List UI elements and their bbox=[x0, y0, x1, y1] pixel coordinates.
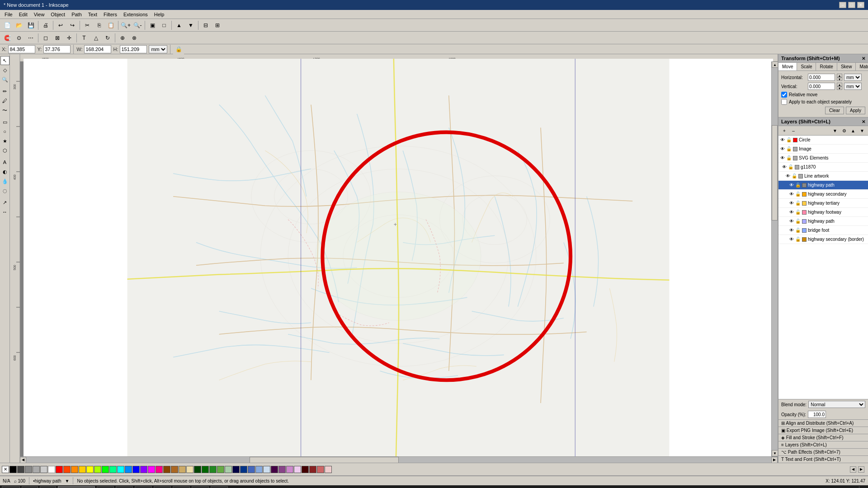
color-dark-purple[interactable] bbox=[271, 466, 278, 473]
color-dark-red[interactable] bbox=[302, 466, 309, 473]
zoom-out-button[interactable]: 🔍- bbox=[132, 20, 143, 30]
undo-button[interactable]: ↩ bbox=[55, 20, 66, 30]
snap-enable[interactable]: 🧲 bbox=[2, 33, 13, 43]
color-orange-red[interactable] bbox=[63, 466, 71, 473]
vertical-input[interactable] bbox=[808, 83, 835, 90]
layer-filter-btn[interactable]: ▼ bbox=[831, 127, 839, 134]
layer-up-btn[interactable]: ▲ bbox=[849, 127, 857, 134]
color-red[interactable] bbox=[56, 466, 63, 473]
open-button[interactable]: 📂 bbox=[14, 20, 24, 30]
minimize-button[interactable]: – bbox=[839, 2, 846, 8]
layer-item-circle[interactable]: 👁 🔓 Circle bbox=[778, 136, 868, 145]
text-tool-snap[interactable]: T bbox=[79, 33, 90, 43]
node-snap[interactable]: △ bbox=[90, 33, 101, 43]
node-tool[interactable]: ◇ bbox=[0, 66, 9, 75]
gradient-tool[interactable]: ◐ bbox=[0, 167, 9, 176]
color-light-gray[interactable] bbox=[33, 466, 40, 473]
scroll-thumb-h[interactable] bbox=[250, 457, 399, 463]
rotation-snap[interactable]: ↻ bbox=[102, 33, 113, 43]
palette-scroll-right[interactable]: ▶ bbox=[858, 466, 864, 473]
taskbar-edge[interactable]: e bbox=[116, 486, 133, 488]
snap-guide[interactable]: ✛ bbox=[64, 33, 75, 43]
group-button[interactable]: ▣ bbox=[147, 20, 158, 30]
maximize-button[interactable]: □ bbox=[848, 2, 855, 8]
menu-extensions[interactable]: Extensions bbox=[121, 11, 151, 18]
vertical-unit[interactable]: mm px bbox=[844, 83, 862, 90]
lock-highway-footway[interactable]: 🔓 bbox=[795, 210, 801, 215]
canvas-area[interactable]: 500 600 700 800 bbox=[10, 54, 778, 463]
relative-move-checkbox[interactable] bbox=[781, 92, 787, 98]
taskbar-inkscape[interactable]: ✎ Inkscape bbox=[58, 486, 95, 488]
layer-item-svg-elements[interactable]: 👁 🔓 SVG Elements bbox=[778, 154, 868, 163]
menu-filters[interactable]: Filters bbox=[101, 11, 120, 18]
color-light-blue[interactable] bbox=[255, 466, 263, 473]
layer-item-highway-path-1[interactable]: 👁 🔓 highway path bbox=[778, 181, 868, 190]
eye-image[interactable]: 👁 bbox=[780, 146, 785, 151]
layer-item-highway-path-2[interactable]: 👁 🔓 highway path bbox=[778, 217, 868, 226]
taskbar-search[interactable]: 🔍 bbox=[22, 486, 38, 488]
remove-layer-btn[interactable]: – bbox=[789, 127, 797, 134]
snap-grid[interactable]: ⊠ bbox=[52, 33, 63, 43]
color-yellow-green[interactable] bbox=[94, 466, 101, 473]
vertical-spin-up[interactable]: ▲ bbox=[837, 83, 842, 86]
redo-button[interactable]: ↪ bbox=[67, 20, 78, 30]
snap-bbox[interactable]: ◻ bbox=[40, 33, 51, 43]
opacity-input[interactable] bbox=[808, 411, 826, 418]
scroll-track-h[interactable] bbox=[26, 457, 771, 463]
transform-panel-close[interactable]: ✕ bbox=[862, 56, 865, 61]
eye-highway-path-2[interactable]: 👁 bbox=[789, 219, 794, 224]
clear-button[interactable]: Clear bbox=[825, 107, 844, 114]
color-pale-red[interactable] bbox=[325, 466, 332, 473]
color-forest-green[interactable] bbox=[202, 466, 209, 473]
snap-nodes[interactable]: ⊙ bbox=[14, 33, 24, 43]
eye-highway-footway[interactable]: 👁 bbox=[789, 210, 794, 215]
start-button[interactable] bbox=[2, 486, 20, 488]
fill-stroke-panel[interactable]: ◈ Fill and Stroke (Shift+Ctrl+F) bbox=[778, 434, 868, 441]
scroll-track-v[interactable] bbox=[772, 68, 778, 450]
cut-button[interactable]: ✂ bbox=[82, 20, 93, 30]
eye-highway-secondary[interactable]: 👁 bbox=[789, 192, 794, 197]
menu-help[interactable]: Help bbox=[151, 11, 167, 18]
apply-each-checkbox[interactable] bbox=[781, 99, 787, 105]
eye-circle[interactable]: 👁 bbox=[780, 137, 785, 142]
star-tool[interactable]: ★ bbox=[0, 136, 9, 145]
align-distribute-panel[interactable]: ⊞ Align and Distribute (Shift+Ctrl+A) bbox=[778, 419, 868, 427]
h-input[interactable] bbox=[120, 45, 147, 53]
color-pale-green[interactable] bbox=[225, 466, 232, 473]
layer-down-btn[interactable]: ▼ bbox=[858, 127, 866, 134]
pen-tool[interactable]: 🖊 bbox=[0, 96, 9, 105]
color-magenta[interactable] bbox=[148, 466, 155, 473]
eye-highway-secondary-border[interactable]: 👁 bbox=[789, 237, 794, 242]
color-medium-purple[interactable] bbox=[278, 466, 286, 473]
color-dark-blue[interactable] bbox=[240, 466, 247, 473]
ungroup-button[interactable]: □ bbox=[159, 20, 170, 30]
canvas-document[interactable]: + bbox=[24, 59, 773, 458]
raise-button[interactable]: ▲ bbox=[174, 20, 184, 30]
lock-highway-secondary[interactable]: 🔓 bbox=[795, 192, 801, 197]
color-white[interactable] bbox=[48, 466, 55, 473]
lock-ratio-btn[interactable]: 🔒 bbox=[173, 44, 184, 54]
color-green[interactable] bbox=[102, 466, 109, 473]
eye-bridge-foot[interactable]: 👁 bbox=[789, 228, 794, 233]
layer-item-g11870[interactable]: 👁 🔓 g11870 bbox=[778, 163, 868, 172]
horizontal-input[interactable] bbox=[808, 74, 835, 81]
zoom-in-button[interactable]: 🔍+ bbox=[120, 20, 131, 30]
tab-matrix[interactable]: Matrix bbox=[856, 63, 868, 70]
color-pale-purple[interactable] bbox=[294, 466, 301, 473]
vertical-scrollbar[interactable]: ▲ ▼ bbox=[771, 61, 778, 456]
layer-item-highway-secondary[interactable]: 👁 🔓 highway secondary bbox=[778, 190, 868, 199]
horizontal-scrollbar[interactable]: ◀ ▶ bbox=[20, 456, 778, 463]
spray-tool[interactable]: ◌ bbox=[0, 186, 9, 195]
menu-text[interactable]: Text bbox=[85, 11, 100, 18]
scroll-right-button[interactable]: ▶ bbox=[771, 457, 778, 463]
color-cyan[interactable] bbox=[117, 466, 124, 473]
w-input[interactable] bbox=[84, 45, 111, 53]
rect-tool[interactable]: ▭ bbox=[0, 117, 9, 127]
color-medium-green[interactable] bbox=[209, 466, 217, 473]
color-green-cyan[interactable] bbox=[109, 466, 117, 473]
show-desktop-btn[interactable] bbox=[859, 486, 863, 488]
color-navy[interactable] bbox=[232, 466, 240, 473]
lock-g11870[interactable]: 🔓 bbox=[788, 164, 793, 169]
color-tan[interactable] bbox=[171, 466, 178, 473]
color-black[interactable] bbox=[9, 466, 17, 473]
